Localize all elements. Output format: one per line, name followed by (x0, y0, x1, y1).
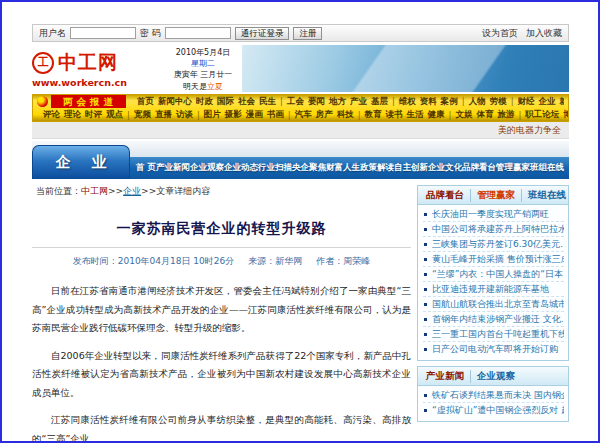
sidebar-news-link[interactable]: 三一重工国内首台千吨起重机下线 (423, 327, 564, 342)
nav-link[interactable]: 时政 (196, 96, 213, 108)
nav-link[interactable]: 要闻 (308, 96, 325, 108)
nav-link[interactable]: 房产 (316, 109, 333, 121)
workercn-emblem-icon: 工 (32, 52, 54, 74)
password-input[interactable] (165, 27, 231, 39)
nav-link[interactable]: 教育 (365, 109, 382, 121)
nav-link[interactable]: 时评 (85, 109, 102, 121)
tab-management[interactable]: 管理赢家 (470, 189, 521, 202)
main-nav-row1: 两会报道 首页新闻中心时政国际社会民生|工会要闻地方产业基层|维权资料案例|人物… (33, 95, 568, 108)
solar-term: 立夏 (207, 82, 223, 91)
username-input[interactable] (70, 27, 136, 39)
nav-link[interactable]: 博客 (563, 109, 568, 121)
channel-nav-link[interactable]: 政策解读 (360, 162, 394, 174)
tab-enterprise-watch[interactable]: 企业观察 (470, 370, 521, 383)
nav-link[interactable]: 首页 (137, 96, 154, 108)
nav-link[interactable]: 漫画 (246, 109, 263, 121)
sidebar-news-link[interactable]: “兰缪”内衣：中国人操盘的“日本… (423, 267, 564, 282)
add-favorite-link[interactable]: 加入收藏 (526, 27, 562, 40)
separator: | (127, 110, 130, 120)
nav-link[interactable]: 图片 (204, 109, 221, 121)
channel-nav-link[interactable]: 产业新闻 (156, 162, 190, 174)
channel-nav-link[interactable]: 管理赢家 (496, 162, 530, 174)
weekday-text: 星期二 (164, 58, 242, 69)
sidebar-box-industry: 产业新闻 企业观察 铁矿石谈判结果悬而未决 国内钢企全…“虚拟矿山”遭中国钢企强… (417, 366, 569, 422)
channel-nav-link[interactable]: 企业动态 (224, 162, 258, 174)
article-paragraph: 自2006年企业转型以来，同康活性炭纤维系列产品获得了22个国家专利，新产品中孔… (32, 347, 411, 403)
nav-link[interactable]: 民生 (259, 96, 276, 108)
sidebar-news-link[interactable]: 比亚迪违规开建新能源车基地 (423, 282, 564, 297)
site-logo[interactable]: 工 中工网 www.workercn.cn (32, 45, 164, 92)
channel-nav-link[interactable]: 央企聚焦 (292, 162, 326, 174)
sidebar-news-link[interactable]: 长庆油田一季度实现产销两旺 (423, 207, 564, 222)
nav-link[interactable]: 职工论坛 (525, 109, 559, 121)
breadcrumb-site-link[interactable]: 中工网 (81, 186, 108, 196)
nav-link[interactable]: 体育 (476, 109, 493, 121)
login-button[interactable]: 通行证登录 (235, 27, 290, 40)
nav-link[interactable]: 理论 (64, 109, 81, 121)
breadcrumb-page: 文章详细内容 (156, 186, 210, 196)
news-ticker-text[interactable]: 美的电器力争全 (498, 124, 561, 137)
nav-link[interactable]: 摄影 (225, 109, 242, 121)
nav-link[interactable]: 工会 (287, 96, 304, 108)
breadcrumb-channel-link[interactable]: 企业 (123, 186, 141, 196)
nav-link[interactable]: 基层 (371, 96, 388, 108)
nav-link[interactable]: 新闻中心 (158, 96, 192, 108)
nav-link[interactable]: 案例 (441, 96, 458, 108)
nav-link[interactable]: 读书 (386, 109, 403, 121)
nav-link[interactable]: 资料 (420, 96, 437, 108)
nav-link[interactable]: 直播 (155, 109, 172, 121)
sidebar-news-link[interactable]: “虚拟矿山”遭中国钢企强烈反对 趋… (423, 403, 564, 418)
nav-link[interactable]: 文娱 (455, 109, 472, 121)
nav-link[interactable]: 地方 (329, 96, 346, 108)
nav-link[interactable]: 评论 (43, 109, 60, 121)
news-ticker-bar: 美的电器力争全 (32, 122, 569, 139)
set-homepage-link[interactable]: 设为首页 (482, 27, 518, 40)
sidebar-news-link[interactable]: 中国公司将承建苏丹上阿特巴拉水利… (423, 222, 564, 237)
channel-nav-link[interactable]: 品牌看台 (462, 162, 496, 174)
channel-nav-link[interactable]: 首 页 (136, 162, 156, 174)
sidebar-news-link[interactable]: 国航山航联合推出北京至青岛城市快… (423, 297, 564, 312)
nav-link[interactable]: 财经 (518, 96, 535, 108)
nav-link[interactable]: 健康 (428, 109, 445, 121)
sidebar-news-link[interactable]: 三峡集团与苏丹签订6.30亿美元… (423, 237, 564, 252)
lianghui-report-badge[interactable]: 两会报道 (51, 95, 126, 108)
nav-link[interactable]: 科技 (337, 109, 354, 121)
nav-link[interactable]: 宽频 (134, 109, 151, 121)
register-button[interactable]: 注册 (293, 27, 322, 40)
nav-link[interactable]: 就业 (560, 96, 565, 108)
nav-link[interactable]: 劳模 (490, 96, 507, 108)
channel-nav-link[interactable]: 班组在线 (530, 162, 564, 174)
nav-link[interactable]: 社会 (238, 96, 255, 108)
nav-link[interactable]: 国际 (217, 96, 234, 108)
sidebar-news-link[interactable]: 首钢年内结束涉钢产业搬迁 文化… (423, 312, 564, 327)
channel-nav-link[interactable]: 财富人生 (326, 162, 360, 174)
nav-link[interactable]: 旅游 (497, 109, 514, 121)
nav-link[interactable]: 访谈 (176, 109, 193, 121)
title-divider (32, 247, 411, 248)
tab-team-online[interactable]: 班组在线 (521, 189, 572, 202)
nav-link[interactable]: 人物 (469, 96, 486, 108)
separator: | (449, 110, 452, 120)
channel-nav-link[interactable]: 企业文化 (428, 162, 462, 174)
channel-tab-enterprise[interactable]: 企 业 (32, 145, 130, 179)
tab-industry-news[interactable]: 产业新闻 (420, 370, 470, 383)
nav-link[interactable]: 汽车 (295, 109, 312, 121)
nav-link[interactable]: 书画 (267, 109, 284, 121)
channel-nav-link[interactable]: 行业扫描 (258, 162, 292, 174)
sidebar-news-link[interactable]: 黄山毛峰开始采摘 售价预计涨三成 (423, 252, 564, 267)
nav-link[interactable]: 观点 (106, 109, 123, 121)
separator: | (358, 110, 361, 120)
tab-brand-stage[interactable]: 品牌看台 (420, 189, 470, 202)
topbar-links: 设为首页 加入收藏 (482, 27, 562, 40)
sidebar-news-link[interactable]: 日产公司电动汽车即将开始订购 (423, 342, 564, 357)
channel-nav-link[interactable]: 自主创新 (394, 162, 428, 174)
sidebar-box2-list: 铁矿石谈判结果悬而未决 国内钢企全…“虚拟矿山”遭中国钢企强烈反对 趋… (418, 386, 568, 421)
nav-link[interactable]: 生活 (407, 109, 424, 121)
sidebar-box1-tabs: 品牌看台 管理赢家 班组在线 (418, 186, 568, 205)
date-text: 2010年5月4日 (164, 47, 242, 58)
nav-link[interactable]: 产业 (350, 96, 367, 108)
nav-link[interactable]: 维权 (399, 96, 416, 108)
channel-nav-link[interactable]: 企业观察 (190, 162, 224, 174)
nav-link[interactable]: 企业 (539, 96, 556, 108)
sidebar-news-link[interactable]: 铁矿石谈判结果悬而未决 国内钢企全… (423, 388, 564, 403)
